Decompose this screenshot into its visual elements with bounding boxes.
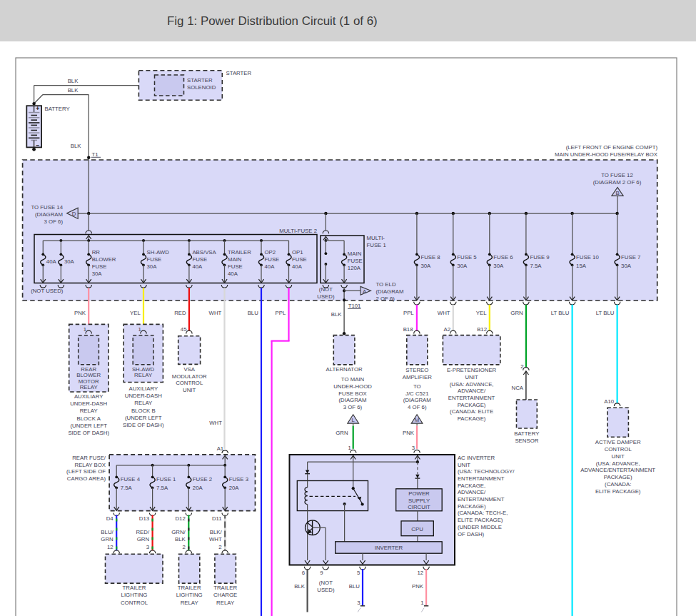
svg-text:INVERTER: INVERTER bbox=[375, 545, 403, 551]
svg-text:ENTERTAINMENT: ENTERTAINMENT bbox=[448, 395, 495, 401]
svg-text:ENTERTAINMENT: ENTERTAINMENT bbox=[458, 496, 505, 503]
svg-text:30A: 30A bbox=[457, 263, 468, 269]
svg-text:(DIAGRAM: (DIAGRAM bbox=[339, 397, 367, 403]
svg-text:TO MAIN: TO MAIN bbox=[341, 376, 364, 383]
svg-text:BLU/: BLU/ bbox=[101, 529, 114, 535]
svg-text:20A: 20A bbox=[229, 485, 240, 491]
svg-text:AC INVERTER: AC INVERTER bbox=[458, 455, 495, 461]
svg-text:M: M bbox=[415, 417, 420, 423]
svg-text:BATTERY: BATTERY bbox=[45, 106, 71, 112]
svg-text:B18: B18 bbox=[403, 326, 413, 333]
svg-text:RELAY: RELAY bbox=[216, 600, 235, 606]
svg-text:LT BLU: LT BLU bbox=[551, 310, 570, 316]
svg-text:CPU: CPU bbox=[411, 526, 423, 532]
svg-text:WHT: WHT bbox=[438, 310, 450, 316]
svg-text:D13: D13 bbox=[139, 515, 149, 522]
svg-text:5: 5 bbox=[357, 570, 360, 576]
svg-text:STARTER: STARTER bbox=[226, 70, 252, 76]
svg-text:BLK: BLK bbox=[294, 583, 306, 590]
svg-text:RELAY: RELAY bbox=[134, 372, 153, 378]
svg-text:NCA: NCA bbox=[512, 385, 524, 391]
svg-text:3 OF 6): 3 OF 6) bbox=[343, 404, 363, 410]
svg-text:GRN/: GRN/ bbox=[171, 529, 186, 535]
svg-text:OF DASH): OF DASH) bbox=[458, 531, 485, 537]
svg-text:TO FUSE 14: TO FUSE 14 bbox=[31, 204, 64, 211]
svg-text:AUXILIARY: AUXILIARY bbox=[129, 385, 158, 392]
svg-text:40A: 40A bbox=[265, 263, 276, 270]
svg-text:30A: 30A bbox=[92, 271, 103, 277]
svg-text:SIDE OF DASH): SIDE OF DASH) bbox=[123, 422, 164, 428]
svg-text:FUSE 9: FUSE 9 bbox=[530, 254, 549, 261]
svg-text:GRN: GRN bbox=[101, 536, 113, 542]
svg-text:(UNDER LEFT: (UNDER LEFT bbox=[125, 415, 162, 421]
svg-text:40A: 40A bbox=[292, 263, 303, 270]
svg-text:UNIT: UNIT bbox=[612, 453, 625, 460]
svg-text:CONTROL: CONTROL bbox=[176, 380, 203, 386]
svg-text:(DIAGRAM: (DIAGRAM bbox=[403, 397, 431, 403]
svg-text:FUSE 7: FUSE 7 bbox=[621, 254, 640, 261]
svg-text:RED/: RED/ bbox=[136, 529, 149, 535]
svg-text:D: D bbox=[72, 211, 76, 217]
svg-text:T1: T1 bbox=[92, 151, 99, 158]
svg-text:40A: 40A bbox=[192, 263, 203, 270]
svg-text:ADVANCE/ENTERTAINMENT: ADVANCE/ENTERTAINMENT bbox=[580, 467, 655, 473]
svg-text:FUSE 10: FUSE 10 bbox=[576, 254, 599, 261]
svg-text:BLOWER: BLOWER bbox=[92, 256, 116, 263]
svg-text:PPL: PPL bbox=[403, 310, 414, 316]
svg-text:FUSE 6: FUSE 6 bbox=[493, 254, 513, 261]
svg-text:20A: 20A bbox=[193, 485, 203, 491]
svg-text:PNK: PNK bbox=[412, 583, 424, 590]
svg-text:PACKAGE): PACKAGE) bbox=[458, 415, 486, 422]
svg-text:WHT: WHT bbox=[209, 420, 222, 426]
svg-text:RELAY: RELAY bbox=[134, 400, 153, 406]
svg-text:GRN: GRN bbox=[137, 536, 149, 542]
svg-text:(NOT USED): (NOT USED) bbox=[31, 288, 64, 294]
svg-text:RELAY BOX: RELAY BOX bbox=[75, 462, 106, 468]
svg-text:PNK: PNK bbox=[74, 310, 86, 316]
svg-text:(UNDER MIDDLE: (UNDER MIDDLE bbox=[458, 524, 502, 530]
svg-text:BLU: BLU bbox=[248, 310, 259, 316]
svg-text:FUSE 5: FUSE 5 bbox=[457, 254, 477, 261]
svg-text:LIGHTING: LIGHTING bbox=[176, 592, 203, 598]
svg-text:7.5A: 7.5A bbox=[156, 485, 168, 491]
svg-text:CHARGE: CHARGE bbox=[213, 592, 237, 598]
svg-text:BLU: BLU bbox=[349, 583, 360, 590]
svg-text:(CANADA:: (CANADA: bbox=[605, 481, 631, 488]
svg-text:(USA: ADVANCE,: (USA: ADVANCE, bbox=[596, 460, 640, 467]
svg-text:2: 2 bbox=[182, 544, 185, 550]
svg-text:1: 1 bbox=[420, 600, 423, 606]
svg-text:TO ELD: TO ELD bbox=[376, 281, 396, 288]
svg-text:–: – bbox=[36, 141, 39, 148]
svg-text:AMPLIFIER: AMPLIFIER bbox=[403, 374, 433, 380]
svg-text:SENSOR: SENSOR bbox=[515, 438, 538, 444]
svg-text:FUSE: FUSE bbox=[92, 263, 107, 270]
svg-text:(LEFT SIDE OF: (LEFT SIDE OF bbox=[66, 468, 106, 475]
svg-text:FUSE 1: FUSE 1 bbox=[367, 242, 386, 248]
svg-text:9: 9 bbox=[320, 570, 323, 576]
svg-text:CARGO AREA): CARGO AREA) bbox=[67, 475, 106, 482]
svg-text:T101: T101 bbox=[348, 303, 361, 309]
svg-text:MAIN: MAIN bbox=[228, 256, 242, 263]
svg-text:FUSE 8: FUSE 8 bbox=[420, 254, 440, 261]
svg-text:BLOCK A: BLOCK A bbox=[77, 415, 101, 422]
svg-text:4 OF 6): 4 OF 6) bbox=[408, 404, 427, 410]
svg-text:OP1: OP1 bbox=[292, 249, 303, 256]
svg-text:MULTI-: MULTI- bbox=[367, 235, 385, 241]
svg-text:40A: 40A bbox=[46, 258, 57, 265]
svg-text:CONTROL: CONTROL bbox=[121, 600, 148, 606]
svg-text:BLK: BLK bbox=[68, 78, 79, 84]
svg-text:UNIT: UNIT bbox=[183, 387, 196, 393]
svg-text:MULTI-FUSE 2: MULTI-FUSE 2 bbox=[279, 228, 317, 234]
svg-text:FUSE 4: FUSE 4 bbox=[121, 476, 141, 483]
svg-text:+: + bbox=[36, 105, 39, 112]
svg-text:(USA: TECHNOLOGY/: (USA: TECHNOLOGY/ bbox=[458, 468, 515, 475]
svg-text:3: 3 bbox=[412, 445, 415, 451]
svg-text:6: 6 bbox=[302, 570, 305, 576]
svg-text:TRAILER: TRAILER bbox=[178, 585, 201, 591]
svg-text:3: 3 bbox=[146, 544, 149, 550]
svg-text:A2: A2 bbox=[443, 326, 450, 333]
svg-text:30A: 30A bbox=[621, 263, 632, 269]
svg-text:STARTER: STARTER bbox=[187, 77, 213, 84]
svg-text:J/C C521: J/C C521 bbox=[405, 390, 429, 397]
svg-text:L: L bbox=[352, 417, 355, 423]
